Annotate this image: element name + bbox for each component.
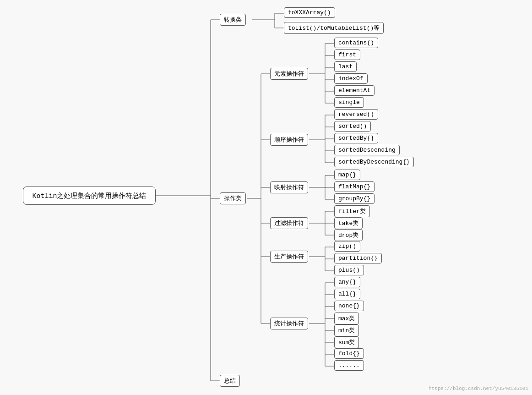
- first-node: first: [334, 49, 360, 60]
- elementAt-node: elementAt: [334, 85, 375, 96]
- toXXXArray-node: toXXXArray(): [284, 7, 335, 18]
- zongjie-node: 总结: [220, 375, 240, 387]
- reversed-node: reversed(): [334, 109, 378, 120]
- diagram-container: Kotlin之处理集合的常用操作符总结 转换类 操作类 总结 toXXXArra…: [0, 0, 532, 395]
- caozuo-node: 操作类: [220, 192, 246, 204]
- shengchan-node: 生产操作符: [270, 251, 308, 263]
- partition-node: partition{}: [334, 253, 382, 263]
- sorted-node: sorted(): [334, 121, 371, 132]
- shunxu-node: 顺序操作符: [270, 134, 308, 146]
- single-node: single: [334, 97, 364, 108]
- last-node: last: [334, 61, 357, 72]
- map-node: map{}: [334, 170, 360, 180]
- dotdot-node: ......: [334, 360, 364, 371]
- any-node: any{}: [334, 277, 360, 287]
- groupBy-node: groupBy{}: [334, 193, 375, 204]
- sortedByDescending-node: sortedByDescending{}: [334, 157, 414, 167]
- min-node: min类: [334, 324, 359, 336]
- drop-node: drop类: [334, 229, 363, 241]
- sum-node: sum类: [334, 336, 359, 348]
- sortedBy-node: sortedBy{}: [334, 133, 378, 143]
- flatMap-node: flatMap{}: [334, 181, 375, 192]
- sheshe-node: 映射操作符: [270, 181, 308, 193]
- zhuanhuan-node: 转换类: [220, 14, 246, 26]
- all-node: all{}: [334, 289, 360, 299]
- contains-node: contains(): [334, 38, 378, 48]
- root-node: Kotlin之处理集合的常用操作符总结: [23, 187, 156, 205]
- toList-node: toList()/toMutableList()等: [284, 22, 384, 34]
- none-node: none{}: [334, 301, 364, 311]
- filter-node: filter类: [334, 205, 370, 217]
- plus-node: plus(): [334, 265, 364, 275]
- take-node: take类: [334, 217, 363, 229]
- max-node: max类: [334, 313, 359, 324]
- tongji-node: 统计操作符: [270, 318, 308, 329]
- guolv-node: 过滤操作符: [270, 217, 308, 229]
- zip-node: zip(): [334, 241, 360, 252]
- yuansu-node: 元素操作符: [270, 68, 308, 80]
- sortedDescending-node: sortedDescending: [334, 145, 400, 155]
- watermark: https://blog.csdn.net/yu540135101: [429, 386, 528, 391]
- indexOf-node: indexOf: [334, 73, 368, 84]
- fold-node: fold{}: [334, 348, 364, 359]
